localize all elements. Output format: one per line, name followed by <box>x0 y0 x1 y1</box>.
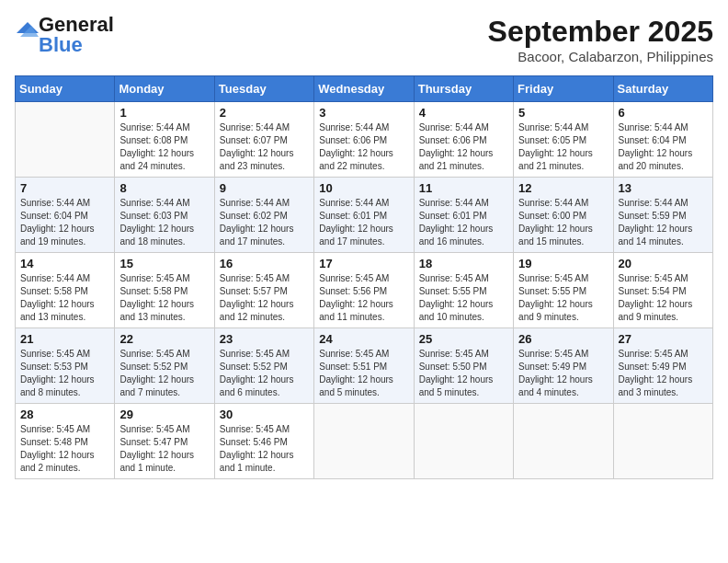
calendar-cell: 26Sunrise: 5:45 AM Sunset: 5:49 PM Dayli… <box>514 328 613 404</box>
day-info: Sunrise: 5:45 AM Sunset: 5:58 PM Dayligh… <box>119 272 209 324</box>
calendar-cell: 27Sunrise: 5:45 AM Sunset: 5:49 PM Dayli… <box>613 328 712 404</box>
month-title: September 2025 <box>488 15 713 49</box>
day-info: Sunrise: 5:45 AM Sunset: 5:55 PM Dayligh… <box>419 272 508 324</box>
calendar-table: SundayMondayTuesdayWednesdayThursdayFrid… <box>15 75 713 479</box>
day-number: 2 <box>220 106 309 120</box>
calendar-cell: 23Sunrise: 5:45 AM Sunset: 5:52 PM Dayli… <box>214 328 313 404</box>
calendar-body: 1Sunrise: 5:44 AM Sunset: 6:08 PM Daylig… <box>16 102 713 479</box>
calendar-week-5: 28Sunrise: 5:45 AM Sunset: 5:48 PM Dayli… <box>16 404 713 479</box>
day-info: Sunrise: 5:44 AM Sunset: 6:04 PM Dayligh… <box>619 121 708 173</box>
weekday-header-monday: Monday <box>115 76 214 102</box>
day-info: Sunrise: 5:44 AM Sunset: 5:59 PM Dayligh… <box>619 197 708 248</box>
day-number: 26 <box>518 332 608 346</box>
calendar-cell: 28Sunrise: 5:45 AM Sunset: 5:48 PM Dayli… <box>16 404 115 479</box>
day-number: 8 <box>119 181 209 195</box>
day-number: 20 <box>619 257 708 270</box>
day-number: 29 <box>119 408 209 421</box>
day-info: Sunrise: 5:45 AM Sunset: 5:51 PM Dayligh… <box>319 348 408 399</box>
day-number: 7 <box>20 181 109 195</box>
calendar-cell: 22Sunrise: 5:45 AM Sunset: 5:52 PM Dayli… <box>115 328 214 404</box>
calendar-cell: 1Sunrise: 5:44 AM Sunset: 6:08 PM Daylig… <box>115 102 214 178</box>
title-block: September 2025 Bacoor, Calabarzon, Phili… <box>488 15 713 64</box>
calendar-cell <box>314 404 414 479</box>
day-info: Sunrise: 5:45 AM Sunset: 5:47 PM Dayligh… <box>119 423 209 475</box>
calendar-cell: 9Sunrise: 5:44 AM Sunset: 6:02 PM Daylig… <box>214 178 313 253</box>
calendar-cell: 8Sunrise: 5:44 AM Sunset: 6:03 PM Daylig… <box>115 178 214 253</box>
calendar-week-3: 14Sunrise: 5:44 AM Sunset: 5:58 PM Dayli… <box>16 253 713 328</box>
calendar-week-4: 21Sunrise: 5:45 AM Sunset: 5:53 PM Dayli… <box>16 328 713 404</box>
calendar-cell <box>16 102 115 178</box>
calendar-cell <box>613 404 712 479</box>
day-info: Sunrise: 5:44 AM Sunset: 6:06 PM Dayligh… <box>319 121 408 173</box>
day-number: 14 <box>20 257 109 270</box>
day-number: 18 <box>419 257 508 270</box>
weekday-header-sunday: Sunday <box>16 76 115 102</box>
calendar-cell: 25Sunrise: 5:45 AM Sunset: 5:50 PM Dayli… <box>414 328 513 404</box>
calendar-cell: 3Sunrise: 5:44 AM Sunset: 6:06 PM Daylig… <box>314 102 414 178</box>
day-number: 12 <box>518 181 608 195</box>
calendar-cell: 2Sunrise: 5:44 AM Sunset: 6:07 PM Daylig… <box>214 102 313 178</box>
calendar-cell: 24Sunrise: 5:45 AM Sunset: 5:51 PM Dayli… <box>314 328 414 404</box>
day-number: 19 <box>518 257 608 270</box>
weekday-header-friday: Friday <box>514 76 613 102</box>
day-info: Sunrise: 5:45 AM Sunset: 5:55 PM Dayligh… <box>518 272 608 324</box>
weekday-header-tuesday: Tuesday <box>214 76 313 102</box>
page-header: General Blue September 2025 Bacoor, Cala… <box>15 15 713 64</box>
calendar-cell: 16Sunrise: 5:45 AM Sunset: 5:57 PM Dayli… <box>214 253 313 328</box>
calendar-cell <box>414 404 513 479</box>
day-number: 3 <box>319 106 408 120</box>
calendar-cell: 11Sunrise: 5:44 AM Sunset: 6:01 PM Dayli… <box>414 178 513 253</box>
day-info: Sunrise: 5:44 AM Sunset: 6:00 PM Dayligh… <box>518 197 608 248</box>
day-number: 17 <box>319 257 408 270</box>
weekday-header-saturday: Saturday <box>613 76 712 102</box>
calendar-cell: 14Sunrise: 5:44 AM Sunset: 5:58 PM Dayli… <box>16 253 115 328</box>
day-number: 30 <box>220 408 309 421</box>
day-info: Sunrise: 5:45 AM Sunset: 5:52 PM Dayligh… <box>220 348 309 399</box>
day-number: 24 <box>319 332 408 346</box>
day-info: Sunrise: 5:45 AM Sunset: 5:54 PM Dayligh… <box>619 272 708 324</box>
logo-general: General <box>39 15 114 35</box>
day-number: 15 <box>119 257 209 270</box>
logo-blue: Blue <box>39 35 114 55</box>
calendar-cell: 20Sunrise: 5:45 AM Sunset: 5:54 PM Dayli… <box>613 253 712 328</box>
day-number: 13 <box>619 181 708 195</box>
calendar-cell: 17Sunrise: 5:45 AM Sunset: 5:56 PM Dayli… <box>314 253 414 328</box>
day-number: 9 <box>220 181 309 195</box>
day-number: 11 <box>419 181 508 195</box>
logo-icon <box>17 18 39 40</box>
day-number: 16 <box>220 257 309 270</box>
day-info: Sunrise: 5:44 AM Sunset: 6:06 PM Dayligh… <box>419 121 508 173</box>
day-info: Sunrise: 5:44 AM Sunset: 6:02 PM Dayligh… <box>220 197 309 248</box>
weekday-header-thursday: Thursday <box>414 76 513 102</box>
day-info: Sunrise: 5:45 AM Sunset: 5:49 PM Dayligh… <box>518 348 608 399</box>
calendar-cell: 21Sunrise: 5:45 AM Sunset: 5:53 PM Dayli… <box>16 328 115 404</box>
weekday-header-row: SundayMondayTuesdayWednesdayThursdayFrid… <box>16 76 713 102</box>
calendar-cell: 30Sunrise: 5:45 AM Sunset: 5:46 PM Dayli… <box>214 404 313 479</box>
day-info: Sunrise: 5:44 AM Sunset: 6:01 PM Dayligh… <box>319 197 408 248</box>
day-info: Sunrise: 5:44 AM Sunset: 6:03 PM Dayligh… <box>119 197 209 248</box>
day-info: Sunrise: 5:45 AM Sunset: 5:48 PM Dayligh… <box>20 423 109 475</box>
day-info: Sunrise: 5:45 AM Sunset: 5:52 PM Dayligh… <box>119 348 209 399</box>
calendar-cell: 12Sunrise: 5:44 AM Sunset: 6:00 PM Dayli… <box>514 178 613 253</box>
day-number: 28 <box>20 408 109 421</box>
day-info: Sunrise: 5:45 AM Sunset: 5:49 PM Dayligh… <box>619 348 708 399</box>
day-info: Sunrise: 5:44 AM Sunset: 6:04 PM Dayligh… <box>20 197 109 248</box>
calendar-cell: 19Sunrise: 5:45 AM Sunset: 5:55 PM Dayli… <box>514 253 613 328</box>
day-number: 22 <box>119 332 209 346</box>
calendar-cell <box>514 404 613 479</box>
location: Bacoor, Calabarzon, Philippines <box>488 49 713 64</box>
day-number: 10 <box>319 181 408 195</box>
day-info: Sunrise: 5:44 AM Sunset: 6:07 PM Dayligh… <box>220 121 309 173</box>
calendar-cell: 5Sunrise: 5:44 AM Sunset: 6:05 PM Daylig… <box>514 102 613 178</box>
day-info: Sunrise: 5:45 AM Sunset: 5:46 PM Dayligh… <box>220 423 309 475</box>
day-info: Sunrise: 5:44 AM Sunset: 6:01 PM Dayligh… <box>419 197 508 248</box>
day-info: Sunrise: 5:45 AM Sunset: 5:50 PM Dayligh… <box>419 348 508 399</box>
weekday-header-wednesday: Wednesday <box>314 76 414 102</box>
day-info: Sunrise: 5:44 AM Sunset: 6:08 PM Dayligh… <box>119 121 209 173</box>
calendar-cell: 7Sunrise: 5:44 AM Sunset: 6:04 PM Daylig… <box>16 178 115 253</box>
day-number: 6 <box>619 106 708 120</box>
calendar-week-2: 7Sunrise: 5:44 AM Sunset: 6:04 PM Daylig… <box>16 178 713 253</box>
day-info: Sunrise: 5:44 AM Sunset: 5:58 PM Dayligh… <box>20 272 109 324</box>
day-number: 25 <box>419 332 508 346</box>
day-number: 4 <box>419 106 508 120</box>
